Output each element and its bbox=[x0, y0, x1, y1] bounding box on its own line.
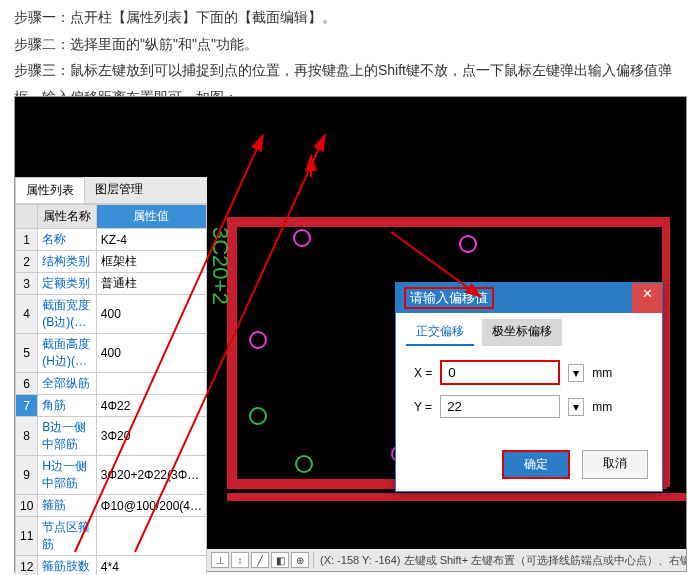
tab-layers[interactable]: 图层管理 bbox=[85, 177, 153, 203]
x-label: X = bbox=[414, 366, 432, 380]
rebar-marker bbox=[249, 407, 267, 425]
prop-name: 全部纵筋 bbox=[38, 373, 96, 395]
status-icons: ⊥ ↕ ╱ ◧ ⊕ bbox=[207, 552, 314, 568]
offset-title-bar[interactable]: 请输入偏移值 ✕ bbox=[396, 283, 662, 313]
rebar-marker bbox=[459, 235, 477, 253]
prop-name: 节点区箍筋 bbox=[38, 517, 96, 556]
table-row[interactable]: 8 B边一侧中部筋 3Φ20 bbox=[16, 417, 207, 456]
table-row[interactable]: 4 截面宽度(B边)(… 400 bbox=[16, 295, 207, 334]
table-row[interactable]: 2 结构类别 框架柱 bbox=[16, 251, 207, 273]
prop-name: 截面宽度(B边)(… bbox=[38, 295, 96, 334]
x-dropdown-icon[interactable]: ▾ bbox=[568, 364, 584, 382]
close-icon[interactable]: ✕ bbox=[632, 283, 662, 313]
tool-icon[interactable]: ↕ bbox=[231, 552, 249, 568]
row-idx: 3 bbox=[16, 273, 38, 295]
prop-value[interactable] bbox=[96, 517, 206, 556]
prop-value[interactable]: 4Φ22 bbox=[96, 395, 206, 417]
y-dropdown-icon[interactable]: ▾ bbox=[568, 398, 584, 416]
dimension-text: 3C20+2 bbox=[207, 227, 233, 305]
row-idx: 7 bbox=[16, 395, 38, 417]
row-idx: 1 bbox=[16, 229, 38, 251]
y-label: Y = bbox=[414, 400, 432, 414]
rebar-line bbox=[227, 217, 667, 227]
rebar-marker bbox=[249, 331, 267, 349]
row-idx: 4 bbox=[16, 295, 38, 334]
prop-name: H边一侧中部筋 bbox=[38, 456, 96, 495]
prop-value[interactable]: 3Φ20+2Φ22(3Φ… bbox=[96, 456, 206, 495]
prop-value[interactable]: 4*4 bbox=[96, 556, 206, 576]
panel-tabs: 属性列表 图层管理 bbox=[15, 177, 207, 204]
rebar-marker bbox=[295, 455, 313, 473]
coords-text: (X: -158 Y: -164) bbox=[320, 554, 401, 566]
status-bar: ⊥ ↕ ╱ ◧ ⊕ (X: -158 Y: -164) 左键或 Shift+ 左… bbox=[207, 549, 686, 571]
offset-dialog: 请输入偏移值 ✕ 正交偏移 极坐标偏移 X = ▾ mm Y = ▾ mm bbox=[395, 282, 663, 492]
prop-name: 截面高度(H边)(… bbox=[38, 334, 96, 373]
prop-value[interactable]: 400 bbox=[96, 295, 206, 334]
row-idx: 5 bbox=[16, 334, 38, 373]
step2: 步骤二：选择里面的"纵筋"和"点"功能。 bbox=[14, 31, 679, 58]
prop-name: 角筋 bbox=[38, 395, 96, 417]
table-row[interactable]: 7 角筋 4Φ22 bbox=[16, 395, 207, 417]
tab-polar[interactable]: 极坐标偏移 bbox=[482, 319, 562, 346]
table-row[interactable]: 6 全部纵筋 bbox=[16, 373, 207, 395]
prop-name: 结构类别 bbox=[38, 251, 96, 273]
prop-value[interactable] bbox=[96, 373, 206, 395]
rebar-line bbox=[227, 493, 686, 501]
prop-name: 箍筋 bbox=[38, 495, 96, 517]
table-row[interactable]: 9 H边一侧中部筋 3Φ20+2Φ22(3Φ… bbox=[16, 456, 207, 495]
tool-icon[interactable]: ⊕ bbox=[291, 552, 309, 568]
table-row[interactable]: 10 箍筋 Φ10@100/200(4… bbox=[16, 495, 207, 517]
tab-properties[interactable]: 属性列表 bbox=[15, 177, 85, 203]
table-row[interactable]: 12 箍筋肢数 4*4 bbox=[16, 556, 207, 576]
row-idx: 8 bbox=[16, 417, 38, 456]
tab-ortho[interactable]: 正交偏移 bbox=[406, 319, 474, 346]
prop-value[interactable]: 3Φ20 bbox=[96, 417, 206, 456]
screenshot: 截面编辑 ✕ 选择 纵筋 箍筋 点 ▾ 显示标注 删除 清空钢筋 布角筋 布边筋 bbox=[14, 96, 687, 572]
ok-button[interactable]: 确定 bbox=[502, 450, 570, 479]
tool-icon[interactable]: ◧ bbox=[271, 552, 289, 568]
prop-name: 定额类别 bbox=[38, 273, 96, 295]
prop-value[interactable]: Φ10@100/200(4… bbox=[96, 495, 206, 517]
table-row[interactable]: 5 截面高度(H边)(… 400 bbox=[16, 334, 207, 373]
prop-value[interactable]: KZ-4 bbox=[96, 229, 206, 251]
table-row[interactable]: 3 定额类别 普通柱 bbox=[16, 273, 207, 295]
offset-tabs: 正交偏移 极坐标偏移 bbox=[396, 313, 662, 346]
cancel-button[interactable]: 取消 bbox=[582, 450, 648, 479]
x-input[interactable] bbox=[440, 360, 560, 385]
row-idx: 11 bbox=[16, 517, 38, 556]
prop-value[interactable]: 框架柱 bbox=[96, 251, 206, 273]
col-idx bbox=[16, 205, 38, 229]
offset-body: X = ▾ mm Y = ▾ mm bbox=[396, 346, 662, 442]
prop-name: B边一侧中部筋 bbox=[38, 417, 96, 456]
y-input[interactable] bbox=[440, 395, 560, 418]
rebar-marker bbox=[293, 229, 311, 247]
x-unit: mm bbox=[592, 366, 612, 380]
rebar-line bbox=[662, 217, 670, 487]
prop-value[interactable]: 普通柱 bbox=[96, 273, 206, 295]
offset-buttons: 确定 取消 bbox=[396, 442, 662, 491]
row-idx: 9 bbox=[16, 456, 38, 495]
prop-name: 箍筋肢数 bbox=[38, 556, 96, 576]
tool-icon[interactable]: ╱ bbox=[251, 552, 269, 568]
offset-title: 请输入偏移值 bbox=[404, 287, 494, 309]
property-table: 属性名称 属性值 1 名称 KZ-42 结构类别 框架柱3 定额类别 普通柱4 … bbox=[15, 204, 207, 575]
row-idx: 12 bbox=[16, 556, 38, 576]
row-idx: 10 bbox=[16, 495, 38, 517]
col-name: 属性名称 bbox=[38, 205, 96, 229]
prop-value[interactable]: 400 bbox=[96, 334, 206, 373]
y-unit: mm bbox=[592, 400, 612, 414]
row-idx: 2 bbox=[16, 251, 38, 273]
tool-icon[interactable]: ⊥ bbox=[211, 552, 229, 568]
table-row[interactable]: 11 节点区箍筋 bbox=[16, 517, 207, 556]
col-value: 属性值 bbox=[96, 205, 206, 229]
hint-text: 左键或 Shift+ 左键布置（可选择线筋端点或中心点）、右键中止 bbox=[404, 554, 686, 566]
prop-name: 名称 bbox=[38, 229, 96, 251]
step1: 步骤一：点开柱【属性列表】下面的【截面编辑】。 bbox=[14, 4, 679, 31]
table-row[interactable]: 1 名称 KZ-4 bbox=[16, 229, 207, 251]
property-panel: 属性列表 图层管理 属性名称 属性值 1 名称 KZ-42 结构类别 框架柱3 … bbox=[15, 177, 207, 575]
status-text: (X: -158 Y: -164) 左键或 Shift+ 左键布置（可选择线筋端… bbox=[314, 553, 686, 568]
row-idx: 6 bbox=[16, 373, 38, 395]
